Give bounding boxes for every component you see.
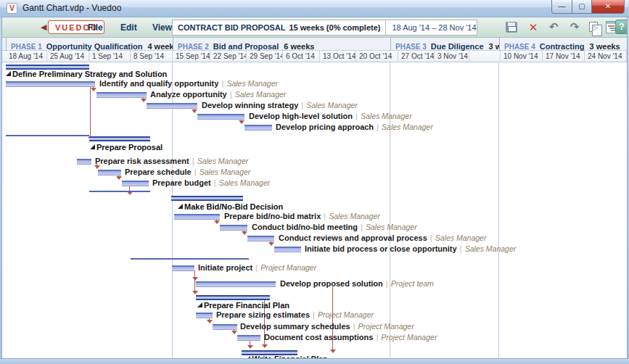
- maximize-button[interactable]: ▢: [572, 0, 592, 14]
- dependency-arrowhead: [214, 220, 220, 224]
- task-label: Conduct bid/no-bid meeting | Sales Manag…: [252, 223, 417, 231]
- week-cell-4: 8 Sep '14: [131, 51, 173, 62]
- window-border-left: [0, 0, 2, 364]
- toolbar: ◀ VUEDOO FileEditView CONTRACT BID PROPO…: [2, 17, 627, 38]
- task-bar[interactable]: [220, 225, 247, 231]
- task-label: Prepare schedule | Sales Manager: [125, 167, 250, 176]
- task-bar[interactable]: [213, 324, 237, 330]
- phase-cell-4: PHASE 4Contracting3 weeks: [499, 38, 627, 51]
- group-end-line: [131, 258, 249, 260]
- week-cell-9: 13 Oct '14: [320, 51, 356, 62]
- week-cell-16: 24 Nov '14: [585, 51, 627, 62]
- group-end-line: [6, 135, 89, 136]
- minimize-button[interactable]: —: [551, 0, 572, 14]
- task-label: Identify and qualify opportunity | Sales…: [99, 79, 278, 88]
- task-bar[interactable]: [172, 265, 194, 271]
- dependency-arrowhead: [330, 349, 336, 353]
- dependency-arrowhead: [192, 277, 198, 281]
- menu-edit[interactable]: Edit: [120, 22, 137, 33]
- week-cell-8: 6 Oct '14: [283, 51, 320, 62]
- week-cell-11: 27 Oct '14: [398, 51, 435, 62]
- phase-divider-3: [498, 38, 499, 358]
- task-label: Develop winning strategy | Sales Manager: [202, 101, 358, 109]
- week-cell-6: 22 Sep '14: [210, 51, 247, 62]
- task-label: Develop pricing approach | Sales Manager: [276, 123, 433, 131]
- dependency-arrow: [90, 86, 91, 138]
- task-label: Initiate bid process or close opportunit…: [305, 244, 516, 253]
- window-controls: — ▢ ✕: [551, 0, 625, 14]
- group-title[interactable]: Prepare Financial Plan: [204, 301, 289, 310]
- title-bar[interactable]: V Gantt Chart.vdp - Vuedoo: [0, 0, 629, 17]
- undo-icon[interactable]: ↶: [545, 20, 562, 36]
- summary-bar[interactable]: [89, 136, 150, 141]
- app-icon: V: [7, 3, 17, 14]
- task-bar[interactable]: [247, 236, 274, 241]
- summary-bar[interactable]: [196, 295, 270, 300]
- task-label: Prepare sizing estimates | Project Manag…: [216, 310, 374, 319]
- task-bar[interactable]: [197, 114, 244, 120]
- window-border-bottom: [0, 358, 629, 364]
- dependency-arrowhead: [94, 165, 100, 169]
- dependency-arrowhead: [239, 120, 244, 124]
- expand-collapse-icon[interactable]: [178, 204, 183, 209]
- task-bar[interactable]: [237, 335, 260, 341]
- summary-bar[interactable]: [6, 65, 89, 70]
- save-icon[interactable]: [503, 20, 520, 36]
- group-title[interactable]: Make Bid/No-Bid Decision: [184, 202, 283, 211]
- floppy-shape: [506, 22, 517, 33]
- group-title[interactable]: Define Preliminary Strategy and Solution: [12, 70, 167, 78]
- dependency-arrowhead: [192, 109, 197, 113]
- task-bar[interactable]: [196, 313, 213, 318]
- task-label: Initiate project | Project Manager: [198, 263, 316, 272]
- dependency-arrowhead: [231, 331, 237, 334]
- task-label: Document cost assumptions | Project Mana…: [264, 333, 437, 342]
- task-bar[interactable]: [96, 92, 147, 98]
- phase-divider-2: [390, 38, 390, 358]
- menu-file[interactable]: File: [88, 22, 103, 33]
- expand-collapse-icon[interactable]: [90, 144, 95, 149]
- phase-cell-1: PHASE 1Opportunity Qualification4 weeks: [6, 38, 173, 51]
- dependency-arrowhead: [242, 231, 247, 235]
- week-header-row: 18 Aug '1425 Aug '141 Sep '148 Sep '1415…: [2, 51, 627, 62]
- task-bar[interactable]: [98, 170, 121, 175]
- week-cell-2: 25 Aug '14: [47, 51, 89, 62]
- application-window: V Gantt Chart.vdp - Vuedoo — ▢ ✕ ◀ VUEDO…: [0, 0, 629, 364]
- group-end-line: [89, 191, 150, 192]
- summary-bar[interactable]: [171, 196, 243, 201]
- window-title: Gantt Chart.vdp - Vuedoo: [22, 3, 121, 13]
- week-cell-7: 29 Sep '14: [247, 51, 283, 62]
- task-label: Develop high-level solution | Sales Mana…: [249, 112, 412, 120]
- project-date-range: 18 Aug '14 – 28 Nov '14: [386, 23, 476, 32]
- delete-icon[interactable]: ✕: [525, 20, 542, 36]
- week-cell-14: 10 Nov '14: [501, 51, 543, 62]
- redo-icon[interactable]: ↷: [566, 20, 583, 36]
- dependency-arrowhead: [141, 99, 147, 102]
- week-cell-12: 3 Nov '14: [435, 51, 469, 62]
- task-label: Develop proposed solution | Project team: [280, 279, 434, 288]
- task-bar[interactable]: [77, 159, 91, 165]
- dependency-arrowhead: [262, 344, 268, 348]
- task-bar[interactable]: [174, 214, 220, 220]
- task-label: Develop summary schedules | Project Mana…: [240, 322, 414, 331]
- week-cell-10: 20 Oct '14: [356, 51, 398, 62]
- menu-view[interactable]: View: [152, 22, 172, 33]
- dependency-arrowhead: [192, 291, 198, 294]
- task-bar[interactable]: [196, 281, 276, 287]
- task-bar[interactable]: [122, 181, 149, 186]
- task-bar[interactable]: [6, 81, 95, 87]
- task-label: Prepare budget | Sales Manager: [152, 178, 270, 187]
- expand-collapse-icon[interactable]: [197, 302, 202, 307]
- week-cell-5: 15 Sep '14: [173, 51, 210, 62]
- week-cell-13: [469, 51, 501, 62]
- close-button[interactable]: ✕: [592, 0, 625, 14]
- expand-collapse-icon[interactable]: [6, 71, 11, 76]
- task-bar[interactable]: [147, 103, 197, 109]
- task-bar[interactable]: [244, 125, 272, 131]
- project-title-box: CONTRACT BID PROPOSAL 15 weeks (0% compl…: [172, 20, 477, 36]
- task-bar[interactable]: [274, 247, 301, 252]
- phase-cell-2: PHASE 2Bid and Proposal6 weeks: [173, 38, 390, 51]
- copy-icon[interactable]: [586, 20, 604, 36]
- week-cell-15: 17 Nov '14: [543, 51, 585, 62]
- dependency-arrow: [194, 270, 195, 291]
- group-title[interactable]: Prepare Proposal: [96, 143, 163, 152]
